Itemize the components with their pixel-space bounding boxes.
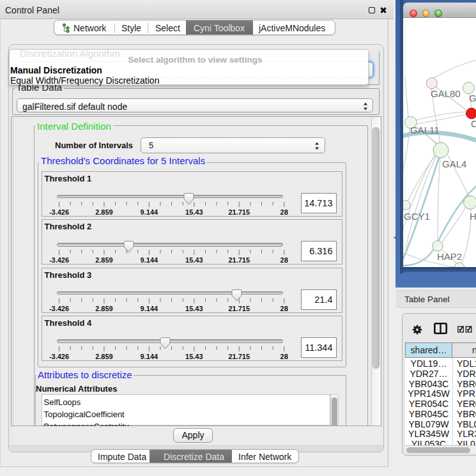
svg-text:GA: GA: [469, 93, 476, 104]
svg-text:HAP2: HAP2: [437, 251, 462, 262]
svg-text:CY: CY: [471, 118, 476, 129]
svg-text:GAL11: GAL11: [410, 125, 440, 135]
svg-text:GAL80: GAL80: [431, 88, 461, 99]
svg-text:GCY1: GCY1: [404, 211, 430, 222]
svg-text:GAL4: GAL4: [442, 158, 466, 169]
svg-text:H: H: [470, 211, 476, 222]
